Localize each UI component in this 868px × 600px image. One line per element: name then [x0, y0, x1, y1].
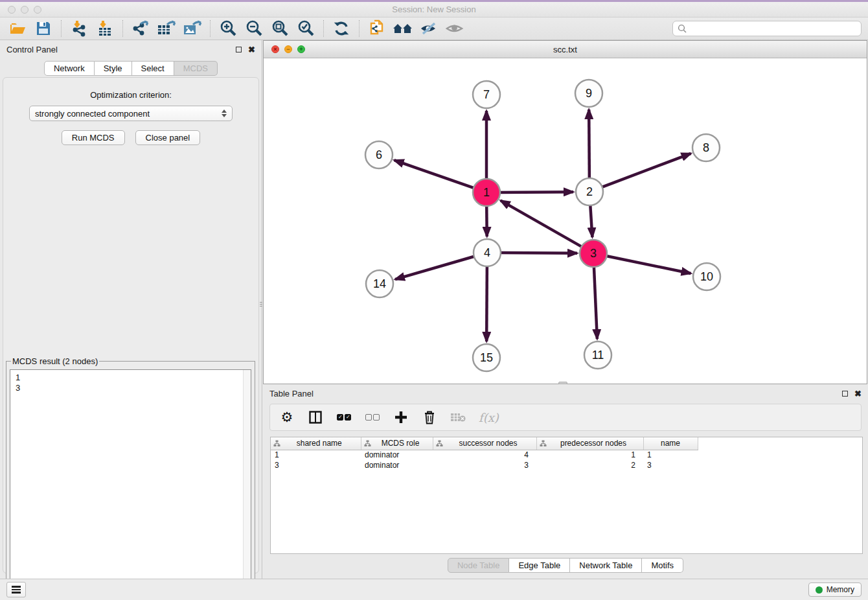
delete-table-button[interactable]: [450, 409, 466, 426]
clone-network-button[interactable]: [366, 19, 388, 38]
column-label: name: [646, 439, 695, 448]
minimize-network-button[interactable]: −: [284, 45, 292, 53]
optimization-criterion-select[interactable]: strongly connected component: [29, 106, 233, 121]
table-cell[interactable]: 1: [536, 450, 643, 460]
edge-2-8[interactable]: [601, 154, 691, 187]
edge-3-1[interactable]: [501, 200, 583, 247]
close-panel-icon[interactable]: ✖: [248, 45, 255, 54]
tab-style[interactable]: Style: [95, 61, 132, 76]
eye-icon: [445, 21, 464, 36]
mcds-result-box[interactable]: 13: [10, 369, 251, 600]
column-label: successor nodes: [443, 439, 534, 448]
network-window-title: scc.txt: [264, 45, 867, 54]
memory-button[interactable]: Memory: [808, 583, 862, 597]
toolbar-separator: [323, 20, 324, 37]
edge-3-11[interactable]: [594, 266, 597, 339]
tab-edge-table[interactable]: Edge Table: [509, 558, 570, 573]
export-network-button[interactable]: [130, 19, 152, 38]
tab-network[interactable]: Network: [44, 61, 95, 76]
open-file-button[interactable]: [6, 19, 29, 38]
home-layout-button[interactable]: [392, 19, 414, 38]
window-controls: [8, 6, 41, 14]
close-panel-button[interactable]: Close panel: [135, 130, 201, 145]
column-label: MCDS role: [371, 439, 430, 448]
control-panel-tabs: Network Style Select MCDS: [0, 61, 262, 76]
create-column-button[interactable]: [393, 409, 409, 426]
table-cell[interactable]: 1: [271, 450, 361, 460]
edge-2-3[interactable]: [590, 204, 592, 237]
zoom-window-button[interactable]: [34, 6, 41, 14]
close-window-button[interactable]: [8, 6, 16, 14]
import-network-button[interactable]: [68, 19, 90, 38]
delete-column-button[interactable]: [422, 409, 437, 426]
table-row[interactable]: 1dominator411: [271, 450, 698, 460]
edge-4-14[interactable]: [395, 256, 475, 279]
function-icon: f(x): [479, 411, 499, 424]
run-mcds-button[interactable]: Run MCDS: [62, 130, 125, 145]
edge-1-4[interactable]: [486, 205, 487, 237]
select-all-button[interactable]: [336, 409, 352, 426]
table-cell[interactable]: 3: [271, 460, 361, 470]
float-table-panel-icon[interactable]: [842, 391, 848, 397]
show-column-panel-button[interactable]: [308, 409, 323, 426]
export-image-button[interactable]: [181, 19, 203, 38]
edge-4-3[interactable]: [499, 253, 577, 253]
refresh-icon: [333, 20, 350, 37]
close-network-button[interactable]: ×: [271, 45, 279, 53]
tab-motifs[interactable]: Motifs: [642, 558, 683, 573]
table-cell[interactable]: 4: [433, 450, 536, 460]
export-table-button[interactable]: [155, 19, 177, 38]
trash-icon: [424, 410, 435, 424]
close-table-panel-icon[interactable]: ✖: [854, 389, 862, 398]
column-header-shared-name[interactable]: shared name: [271, 437, 361, 450]
minimize-window-button[interactable]: [21, 6, 29, 14]
hide-selected-button[interactable]: [418, 19, 440, 38]
function-builder-button[interactable]: f(x): [479, 409, 499, 426]
tab-select[interactable]: Select: [132, 61, 174, 76]
edge-4-15[interactable]: [486, 265, 487, 341]
edge-1-2[interactable]: [499, 192, 573, 192]
table-cell[interactable]: dominator: [361, 460, 433, 470]
table-settings-button[interactable]: ⚙: [279, 409, 295, 426]
result-line: 1: [16, 373, 246, 383]
table-cell[interactable]: dominator: [361, 450, 433, 460]
zoom-selected-button[interactable]: [295, 19, 317, 38]
column-header-successor-nodes[interactable]: successor nodes: [433, 437, 536, 450]
tab-network-table[interactable]: Network Table: [570, 558, 642, 573]
table-cell[interactable]: 2: [536, 460, 643, 470]
table-cell[interactable]: 1: [643, 450, 698, 460]
float-panel-icon[interactable]: [236, 47, 242, 52]
show-all-button[interactable]: [444, 19, 466, 38]
save-session-button[interactable]: [32, 19, 54, 38]
edge-2-9[interactable]: [589, 110, 589, 179]
search-box[interactable]: [672, 21, 862, 36]
column-header-MCDS-role[interactable]: MCDS role: [361, 437, 433, 450]
deselect-all-button[interactable]: [365, 409, 380, 426]
status-menu-button[interactable]: [6, 582, 26, 597]
table-cell[interactable]: 3: [643, 460, 698, 470]
import-table-icon: [97, 20, 113, 37]
search-input[interactable]: [690, 24, 856, 34]
edge-3-10[interactable]: [606, 256, 691, 273]
window-titlebar: Session: New Session: [0, 0, 868, 17]
zoom-fit-button[interactable]: [269, 19, 291, 38]
column-header-predecessor-nodes[interactable]: predecessor nodes: [536, 437, 643, 450]
column-header-name[interactable]: name: [643, 437, 698, 450]
zoom-out-button[interactable]: [243, 19, 265, 38]
node-table[interactable]: shared nameMCDS rolesuccessor nodesprede…: [270, 437, 863, 554]
import-table-button[interactable]: [94, 19, 116, 38]
table-row[interactable]: 3dominator323: [271, 460, 698, 470]
tab-mcds[interactable]: MCDS: [174, 61, 218, 76]
panel-splitter-handle[interactable]: [260, 302, 262, 311]
zoom-in-button[interactable]: [217, 19, 239, 38]
table-cell[interactable]: 3: [433, 460, 536, 470]
maximize-network-button[interactable]: +: [297, 45, 305, 53]
node-label-8: 8: [703, 141, 709, 154]
network-canvas[interactable]: 7968124314101511: [264, 58, 867, 384]
network-graph: 7968124314101511: [264, 58, 867, 384]
edge-1-6[interactable]: [394, 160, 475, 188]
tab-node-table[interactable]: Node Table: [448, 558, 510, 573]
node-label-4: 4: [484, 246, 490, 259]
refresh-button[interactable]: [330, 19, 352, 38]
result-scrollbar[interactable]: [243, 370, 251, 600]
